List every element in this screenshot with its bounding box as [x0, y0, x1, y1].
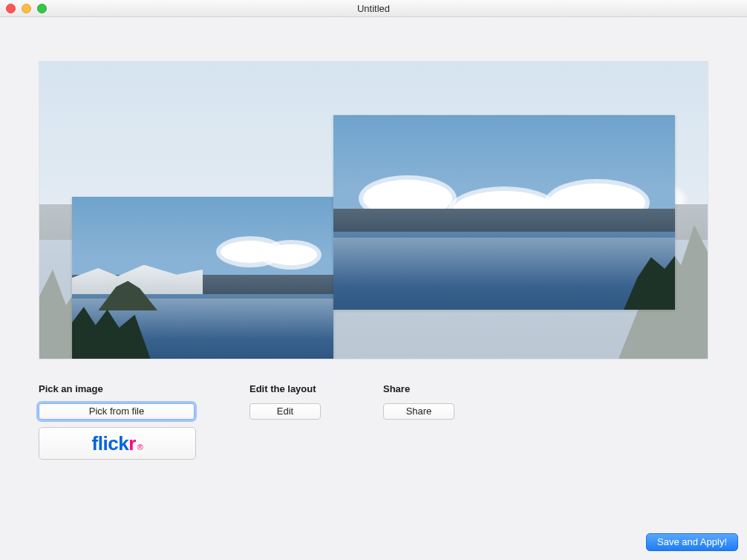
flickr-button[interactable]: flickr® [39, 427, 196, 460]
share-button[interactable]: Share [383, 403, 454, 420]
share-section: Share Share [383, 383, 517, 420]
edit-layout-section: Edit the layout Edit [249, 383, 383, 420]
flickr-logo: flickr® [92, 432, 143, 455]
wallpaper-preview [39, 61, 708, 359]
share-label: Share [383, 383, 517, 394]
edit-button[interactable]: Edit [249, 403, 321, 420]
pick-image-section: Pick an image Pick from file flickr® [39, 383, 195, 460]
pick-image-label: Pick an image [39, 383, 195, 394]
save-apply-button[interactable]: Save and Apply! [646, 533, 738, 551]
monitor-preview-left[interactable] [72, 197, 333, 359]
edit-layout-label: Edit the layout [249, 383, 383, 394]
titlebar: Untitled [0, 0, 747, 17]
pick-from-file-button[interactable]: Pick from file [39, 403, 195, 420]
monitor-preview-right[interactable] [333, 115, 675, 310]
window-title: Untitled [0, 3, 747, 14]
content: Pick an image Pick from file flickr® Edi… [0, 16, 747, 560]
